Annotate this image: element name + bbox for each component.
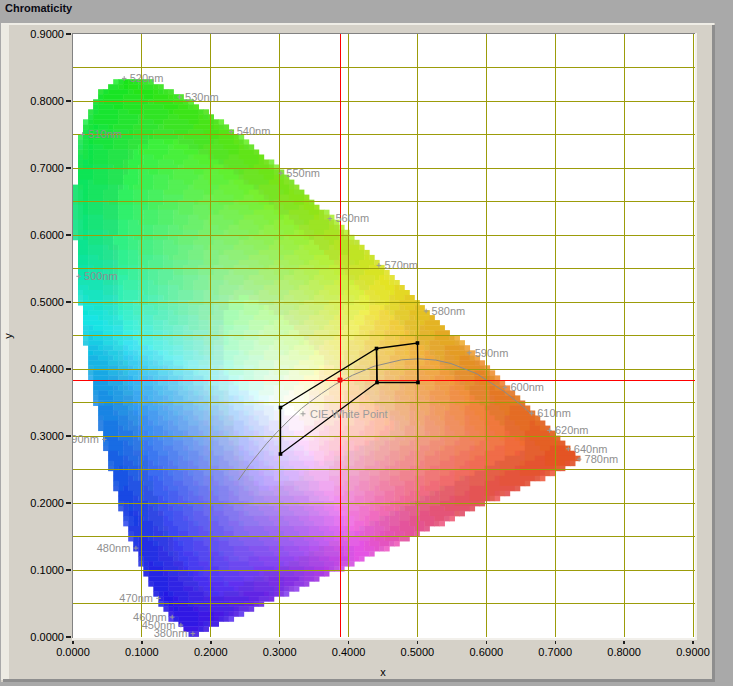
svg-text:0.6000: 0.6000 [469,646,503,658]
svg-text:y: y [2,333,14,339]
svg-text:550nm: 550nm [286,167,320,179]
svg-text:600nm: 600nm [510,381,544,393]
svg-text:0.4000: 0.4000 [332,646,366,658]
svg-text:0.4000: 0.4000 [30,363,64,375]
svg-text:490nm: 490nm [65,433,99,445]
svg-text:590nm: 590nm [475,347,509,359]
svg-text:780nm: 780nm [585,453,619,465]
svg-text:500nm: 500nm [84,270,118,282]
svg-text:0.1000: 0.1000 [30,564,64,576]
svg-text:0.0000: 0.0000 [30,631,64,643]
svg-text:570nm: 570nm [384,259,418,271]
svg-text:520nm: 520nm [130,72,164,84]
svg-text:470nm: 470nm [119,592,153,604]
svg-text:0.9000: 0.9000 [676,646,710,658]
svg-text:610nm: 610nm [537,407,571,419]
svg-text:0.2000: 0.2000 [30,497,64,509]
svg-text:0.7000: 0.7000 [538,646,572,658]
svg-text:560nm: 560nm [336,212,370,224]
svg-text:580nm: 580nm [432,305,466,317]
svg-text:0.0000: 0.0000 [56,646,90,658]
svg-text:480nm: 480nm [97,542,131,554]
svg-text:0.1000: 0.1000 [125,646,159,658]
svg-text:0.8000: 0.8000 [607,646,641,658]
svg-text:0.5000: 0.5000 [30,296,64,308]
svg-text:0.8000: 0.8000 [30,95,64,107]
svg-text:0.6000: 0.6000 [30,229,64,241]
svg-text:CIE White Point: CIE White Point [310,408,388,420]
svg-text:0.2000: 0.2000 [194,646,228,658]
svg-text:540nm: 540nm [237,125,271,137]
svg-text:530nm: 530nm [185,91,219,103]
svg-text:0.9000: 0.9000 [30,28,64,40]
svg-text:x: x [380,666,386,678]
svg-text:0.3000: 0.3000 [263,646,297,658]
svg-text:0.5000: 0.5000 [401,646,435,658]
svg-text:0.7000: 0.7000 [30,162,64,174]
svg-text:620nm: 620nm [555,424,589,436]
svg-text:510nm: 510nm [88,128,122,140]
svg-text:0.3000: 0.3000 [30,430,64,442]
